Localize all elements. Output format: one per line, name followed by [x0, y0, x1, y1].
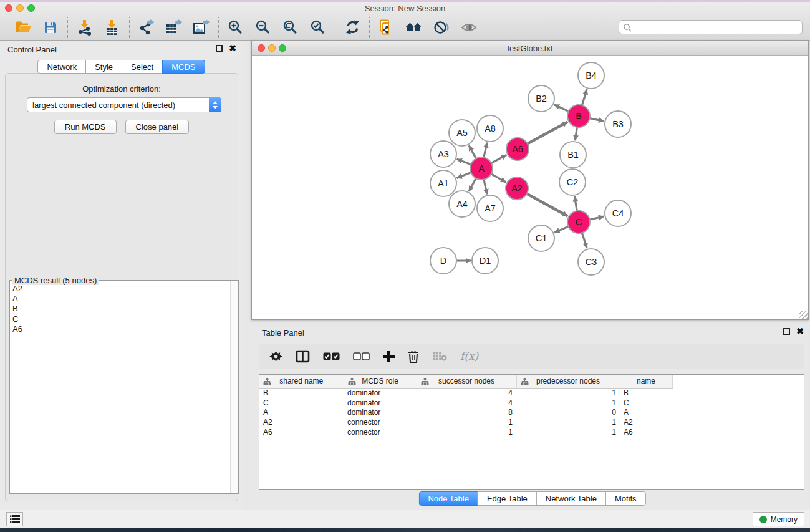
show-graphics-details-icon[interactable]	[460, 19, 478, 36]
table-cell[interactable]: C	[620, 398, 672, 408]
tab-select[interactable]: Select	[122, 60, 163, 74]
import-network-icon[interactable]	[76, 19, 94, 36]
column-header-successor-nodes[interactable]: successor nodes	[417, 375, 516, 388]
zoom-out-icon[interactable]	[254, 19, 272, 36]
table-cell[interactable]: dominator	[344, 407, 417, 417]
search-field[interactable]	[619, 20, 803, 34]
graph-node-label: C2	[567, 177, 579, 187]
table-cell[interactable]: 1	[417, 417, 516, 427]
network-view-window: testGlobe.txt AA6A2BCA5A8A3A1A4A7B2B4B3B…	[251, 41, 809, 320]
tab-style[interactable]: Style	[85, 60, 122, 74]
table-cell[interactable]: 4	[417, 388, 516, 398]
zoom-fit-icon[interactable]	[282, 19, 299, 36]
graph-node-label: B2	[536, 94, 547, 104]
select-all-columns-icon[interactable]	[323, 352, 340, 360]
app-header: Session: New Session	[0, 0, 810, 41]
mcds-result-item[interactable]: A	[12, 294, 230, 304]
column-header-mcds-role[interactable]: MCDS role	[344, 375, 417, 388]
table-settings-gear-icon[interactable]	[269, 350, 282, 363]
cybrowser-home-icon[interactable]	[405, 19, 423, 36]
float-panel-icon[interactable]	[216, 45, 223, 52]
table-cell[interactable]: 1	[516, 417, 620, 427]
column-header-name[interactable]: name	[620, 375, 672, 388]
run-mcds-button[interactable]: Run MCDS	[54, 120, 117, 134]
open-session-icon[interactable]	[14, 19, 32, 36]
tab-mcds[interactable]: MCDS	[162, 60, 205, 74]
hide-graphics-details-icon[interactable]	[433, 19, 450, 36]
table-cell[interactable]: connector	[344, 427, 417, 437]
show-columns-icon[interactable]	[296, 350, 310, 363]
control-panel: Control Panel ✖ Network Style Select MCD…	[0, 41, 243, 510]
tab-network[interactable]: Network	[37, 60, 86, 74]
table-cell[interactable]: 0	[516, 407, 620, 417]
column-header-predecessor-nodes[interactable]: predecessor nodes	[516, 375, 620, 388]
column-tree-icon	[421, 378, 429, 387]
table-cell[interactable]: A2	[259, 417, 344, 427]
export-network-icon[interactable]	[138, 19, 155, 36]
optimization-criterion-select[interactable]: largest connected component (directed)	[27, 97, 221, 112]
network-canvas[interactable]: AA6A2BCA5A8A3A1A4A7B2B4B3B1C2C4C1C3DD1	[252, 56, 808, 319]
table-cell[interactable]: 8	[417, 407, 516, 417]
mcds-result-item[interactable]: A6	[12, 324, 230, 334]
search-input[interactable]	[632, 23, 798, 32]
window-resize-grip[interactable]	[799, 311, 808, 319]
zoom-in-icon[interactable]	[227, 19, 244, 36]
table-cell[interactable]: 1	[417, 427, 516, 437]
table-cell[interactable]: dominator	[344, 398, 417, 408]
refresh-icon[interactable]	[344, 19, 361, 36]
delete-column-icon[interactable]	[408, 350, 419, 363]
tab-edge-table[interactable]: Edge Table	[478, 491, 537, 506]
table-cell[interactable]: C	[259, 398, 344, 408]
export-image-icon[interactable]	[193, 19, 210, 36]
mcds-result-scrollbar[interactable]	[230, 281, 238, 493]
unselect-all-columns-icon[interactable]	[353, 352, 370, 360]
table-row[interactable]: A6connector11A6	[259, 427, 672, 437]
table-cell[interactable]: 1	[516, 427, 620, 437]
mcds-result-item[interactable]: B	[12, 304, 230, 314]
table-cell[interactable]: dominator	[344, 388, 417, 398]
table-cell[interactable]: A	[620, 407, 672, 417]
table-cell[interactable]: 4	[417, 398, 516, 408]
show-task-history-button[interactable]	[6, 512, 23, 526]
table-cell[interactable]: B	[620, 388, 672, 398]
graph-node-label: B3	[612, 119, 624, 129]
table-row[interactable]: Cdominator41C	[259, 398, 672, 408]
table-cell[interactable]: A2	[620, 417, 672, 427]
table-cell[interactable]: A6	[620, 427, 672, 437]
tab-node-table[interactable]: Node Table	[418, 491, 478, 506]
network-from-selection-icon[interactable]	[378, 19, 395, 36]
graph-node-label: A5	[456, 128, 468, 138]
tab-network-table[interactable]: Network Table	[536, 491, 606, 506]
table-cell[interactable]: 1	[516, 398, 620, 408]
table-cell[interactable]: 1	[516, 388, 620, 398]
column-header-shared-name[interactable]: shared name	[259, 375, 344, 388]
table-cell[interactable]: A	[259, 407, 344, 417]
tab-motifs[interactable]: Motifs	[605, 491, 646, 506]
float-table-panel-icon[interactable]	[783, 328, 790, 335]
mcds-result-box: MCDS result (5 nodes) A2ABCA6	[9, 280, 239, 494]
table-row[interactable]: Bdominator41B	[259, 388, 672, 398]
table-toolbar: f(x)	[259, 344, 804, 369]
save-session-icon[interactable]	[42, 19, 59, 36]
memory-button[interactable]: Memory	[753, 512, 804, 526]
export-table-icon[interactable]	[165, 19, 183, 36]
delete-table-icon-disabled	[432, 351, 447, 361]
graph-node-label: B	[576, 111, 582, 121]
mcds-result-item[interactable]: A2	[12, 284, 230, 294]
close-panel-icon[interactable]: ✖	[229, 45, 236, 52]
column-tree-icon	[348, 378, 356, 387]
close-table-panel-icon[interactable]: ✖	[796, 328, 804, 335]
table-cell[interactable]: B	[259, 388, 344, 398]
import-table-icon[interactable]	[104, 19, 121, 36]
table-row[interactable]: A2connector11A2	[259, 417, 672, 427]
table-row[interactable]: Adominator80A	[259, 407, 672, 417]
table-cell[interactable]: A6	[259, 427, 344, 437]
network-canvas-svg: AA6A2BCA5A8A3A1A4A7B2B4B3B1C2C4C1C3DD1	[252, 56, 808, 319]
zoom-selected-icon[interactable]	[309, 19, 327, 36]
create-column-icon[interactable]	[383, 351, 395, 362]
graph-node-label: D	[440, 256, 446, 266]
mcds-result-item[interactable]: C	[12, 314, 230, 324]
network-window-titlebar[interactable]: testGlobe.txt	[252, 41, 808, 56]
close-panel-button[interactable]: Close panel	[125, 120, 190, 134]
table-cell[interactable]: connector	[344, 417, 417, 427]
